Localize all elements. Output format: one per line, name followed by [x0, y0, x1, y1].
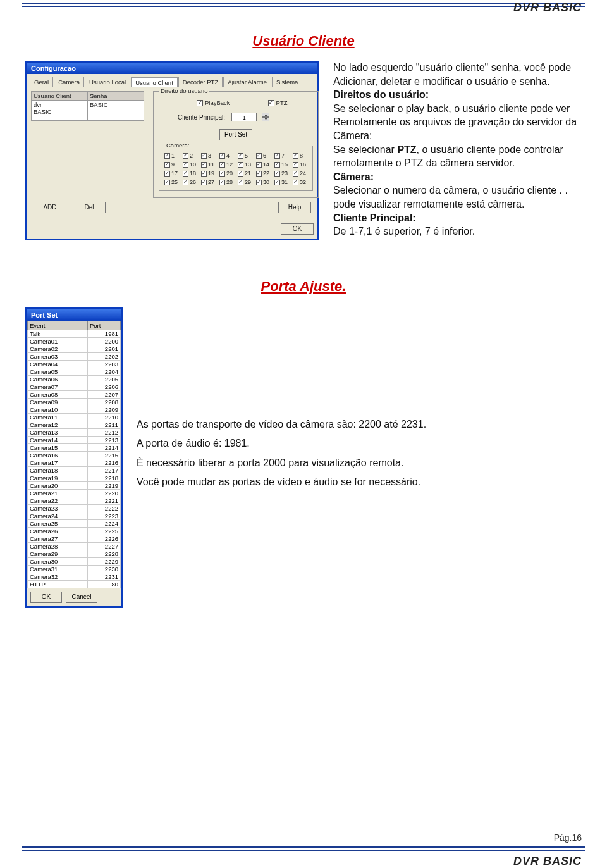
camera-checkbox-19[interactable]: ✓19: [201, 170, 216, 177]
tab-geral[interactable]: Geral: [30, 77, 53, 87]
footer-brand: DVR BASIC: [513, 855, 582, 868]
tab-ajustar-alarme[interactable]: Ajustar Alarme: [223, 77, 271, 87]
client-principal-label: Cliente Principal:: [178, 114, 225, 121]
camera-checkbox-22[interactable]: ✓22: [256, 170, 271, 177]
camera-checkbox-27[interactable]: ✓27: [201, 179, 216, 185]
port-row[interactable]: Camera182217: [28, 467, 121, 474]
camera-checkbox-21[interactable]: ✓21: [238, 170, 252, 177]
port-row[interactable]: Camera032202: [28, 353, 121, 361]
camera-checkbox-17[interactable]: ✓17: [164, 170, 179, 177]
port-row[interactable]: Camera062205: [28, 376, 121, 383]
port-row[interactable]: Camera212220: [28, 490, 121, 497]
camera-checkbox-18[interactable]: ✓18: [183, 170, 197, 177]
camera-checkbox-14[interactable]: ✓14: [256, 161, 271, 168]
camera-checkbox-11[interactable]: ✓11: [201, 161, 216, 168]
camera-checkbox-5[interactable]: ✓5: [238, 152, 252, 159]
section-title-porta-ajuste: Porta Ajuste.: [0, 278, 607, 295]
port-row[interactable]: Talk1981: [28, 330, 121, 338]
camera-checkbox-1[interactable]: ✓1: [164, 152, 179, 159]
camera-checkbox-8[interactable]: ✓8: [293, 152, 307, 159]
list-cell-pass[interactable]: BASIC: [87, 101, 144, 121]
port-row[interactable]: Camera082207: [28, 391, 121, 399]
port-row[interactable]: Camera052204: [28, 368, 121, 376]
port-row[interactable]: Camera192218: [28, 474, 121, 482]
camera-checkbox-29[interactable]: ✓29: [238, 179, 252, 185]
port-col-event[interactable]: Event: [28, 321, 88, 330]
port-row[interactable]: Camera102209: [28, 406, 121, 414]
tab-decoder-ptz[interactable]: Decoder PTZ: [178, 77, 223, 87]
port-row[interactable]: HTTP80: [28, 581, 121, 588]
port-row[interactable]: Camera122211: [28, 421, 121, 429]
port-row[interactable]: Camera222221: [28, 497, 121, 505]
port-row[interactable]: Camera172216: [28, 459, 121, 467]
list-cell-user[interactable]: dvr BASIC: [31, 101, 88, 121]
camera-checkbox-31[interactable]: ✓31: [274, 179, 289, 185]
camera-checkbox-6[interactable]: ✓6: [256, 152, 271, 159]
port-row[interactable]: Camera292228: [28, 550, 121, 558]
ptz-checkbox[interactable]: ✓PTZ: [268, 99, 288, 106]
port-row[interactable]: Camera282227: [28, 543, 121, 550]
port-row[interactable]: Camera262225: [28, 528, 121, 535]
camera-checkbox-4[interactable]: ✓4: [219, 152, 234, 159]
port-col-port[interactable]: Port: [87, 321, 120, 330]
port-row[interactable]: Camera042203: [28, 361, 121, 368]
header-rule: [22, 0, 585, 15]
camera-checkbox-30[interactable]: ✓30: [256, 179, 271, 185]
camera-checkbox-24[interactable]: ✓24: [293, 170, 307, 177]
camera-checkbox-32[interactable]: ✓32: [293, 179, 307, 185]
client-principal-spinner[interactable]: ▴▾: [262, 113, 269, 121]
camera-checkbox-7[interactable]: ✓7: [274, 152, 289, 159]
port-row[interactable]: Camera302229: [28, 558, 121, 566]
port-row[interactable]: Camera232222: [28, 505, 121, 512]
port-row[interactable]: Camera322231: [28, 573, 121, 581]
camera-checkbox-23[interactable]: ✓23: [274, 170, 289, 177]
camera-checkbox-9[interactable]: ✓9: [164, 161, 179, 168]
port-row[interactable]: Camera012200: [28, 338, 121, 345]
port-row[interactable]: Camera272226: [28, 535, 121, 543]
camera-checkbox-13[interactable]: ✓13: [238, 161, 252, 168]
header-brand: DVR BASIC: [513, 1, 582, 15]
portset-titlebar: Port Set: [27, 309, 121, 321]
port-row[interactable]: Camera022201: [28, 345, 121, 353]
tab-sistema[interactable]: Sistema: [272, 77, 302, 87]
port-table: Event Port Talk1981Camera012200Camera022…: [27, 321, 121, 588]
tab-camera[interactable]: Camera: [54, 77, 84, 87]
section1-description: No lado esquerdo "usuário cliente" senha…: [333, 61, 582, 239]
add-button[interactable]: ADD: [34, 202, 66, 213]
port-row[interactable]: Camera252224: [28, 520, 121, 528]
camera-checkbox-3[interactable]: ✓3: [201, 152, 216, 159]
camera-checkbox-28[interactable]: ✓28: [219, 179, 234, 185]
config-titlebar: Configuracao: [27, 63, 317, 74]
ok-button[interactable]: OK: [281, 223, 314, 235]
port-row[interactable]: Camera162215: [28, 452, 121, 459]
port-row[interactable]: Camera112210: [28, 414, 121, 421]
portset-ok-button[interactable]: OK: [30, 592, 62, 603]
footer-rule: [22, 844, 585, 859]
del-button[interactable]: Del: [73, 202, 106, 213]
port-row[interactable]: Camera142213: [28, 437, 121, 444]
help-button[interactable]: Help: [278, 202, 311, 213]
camera-checkbox-16[interactable]: ✓16: [293, 161, 307, 168]
tab-usuario-client[interactable]: Usuario Client: [131, 77, 178, 87]
port-set-button[interactable]: Port Set: [219, 129, 252, 140]
tab-usuario-local[interactable]: Usuario Local: [85, 77, 130, 87]
camera-checkbox-25[interactable]: ✓25: [164, 179, 179, 185]
port-row[interactable]: Camera072206: [28, 383, 121, 391]
camera-checkbox-12[interactable]: ✓12: [219, 161, 234, 168]
playback-checkbox[interactable]: ✓PlayBack: [197, 99, 230, 106]
client-principal-input[interactable]: [231, 113, 257, 121]
camera-checkbox-15[interactable]: ✓15: [274, 161, 289, 168]
camera-checkbox-20[interactable]: ✓20: [219, 170, 234, 177]
camera-checkbox-10[interactable]: ✓10: [183, 161, 197, 168]
camera-checkbox-2[interactable]: ✓2: [183, 152, 197, 159]
port-row[interactable]: Camera132212: [28, 429, 121, 437]
port-row[interactable]: Camera242223: [28, 512, 121, 520]
portset-cancel-button[interactable]: Cancel: [66, 592, 97, 603]
port-row[interactable]: Camera092208: [28, 399, 121, 406]
camera-checkbox-26[interactable]: ✓26: [183, 179, 197, 185]
port-row[interactable]: Camera202219: [28, 482, 121, 490]
port-row[interactable]: Camera152214: [28, 444, 121, 452]
page-number: Pág.16: [554, 833, 582, 843]
config-tabstrip: GeralCameraUsuario LocalUsuario ClientDe…: [27, 74, 317, 87]
port-row[interactable]: Camera312230: [28, 566, 121, 573]
